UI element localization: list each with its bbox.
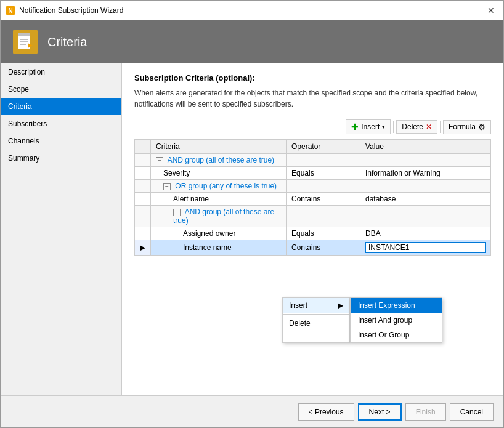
toolbar-separator-2 <box>440 121 441 133</box>
group-criteria: − OR group (any of these is true) <box>151 180 287 193</box>
col-operator-header: Operator <box>287 140 360 154</box>
svg-rect-3 <box>18 33 30 36</box>
collapse-icon[interactable]: − <box>163 183 171 190</box>
arrow-cell <box>135 154 151 167</box>
sidebar: Description Scope Criteria Subscribers C… <box>1 63 122 395</box>
group-criteria: − AND group (all of these are true) <box>151 206 287 227</box>
collapse-icon[interactable]: − <box>156 157 163 164</box>
header-icon <box>13 30 38 54</box>
arrow-cell <box>135 206 151 227</box>
chevron-right-icon: ▶ <box>338 301 343 310</box>
sidebar-item-scope[interactable]: Scope <box>1 81 121 98</box>
criteria-cell: Instance name <box>151 240 287 256</box>
criteria-table: Criteria Operator Value <box>134 139 491 256</box>
group-value <box>360 154 491 167</box>
formula-icon: ⚙ <box>478 123 486 132</box>
value-input-cell[interactable] <box>360 240 491 256</box>
sidebar-item-description[interactable]: Description <box>1 63 121 81</box>
sidebar-item-subscribers[interactable]: Subscribers <box>1 115 121 132</box>
sidebar-item-criteria[interactable]: Criteria <box>1 98 121 115</box>
title-bar: N Notification Subscription Wizard ✕ <box>1 1 503 20</box>
section-title: Subscription Criteria (optional): <box>134 73 491 83</box>
delete-button[interactable]: Delete ✕ <box>396 120 437 134</box>
formula-label: Formula <box>449 123 476 131</box>
table-row-selected[interactable]: ▶ Instance name Contains <box>135 240 491 256</box>
ctx-submenu-insert-and-group[interactable]: Insert And group <box>351 313 442 328</box>
context-menu-row: Insert ▶ Delete Insert Expression <box>282 297 442 343</box>
ctx-submenu-insert-or-group[interactable]: Insert Or Group <box>351 328 442 342</box>
arrow-cell <box>135 180 151 193</box>
insert-button[interactable]: ✚ Insert ▾ <box>346 119 391 134</box>
group-operator <box>287 206 360 227</box>
table-row[interactable]: Assigned owner Equals DBA <box>135 227 491 240</box>
arrow-cell <box>135 227 151 240</box>
content-area: Subscription Criteria (optional): When a… <box>122 63 503 395</box>
ctx-item-delete[interactable]: Delete <box>283 316 349 331</box>
formula-button[interactable]: Formula ⚙ <box>443 120 491 134</box>
operator-cell: Contains <box>287 240 360 256</box>
context-menu: Insert ▶ Delete Insert Expression <box>282 297 442 343</box>
page-title: Criteria <box>47 35 87 49</box>
window: N Notification Subscription Wizard ✕ Cri… <box>0 0 504 428</box>
table-row[interactable]: − AND group (all of these are true) <box>135 206 491 227</box>
sidebar-item-summary[interactable]: Summary <box>1 150 121 167</box>
next-button[interactable]: Next > <box>358 403 402 421</box>
group-value <box>360 180 491 193</box>
header-banner: Criteria <box>1 20 503 63</box>
insert-label: Insert <box>361 123 380 131</box>
svg-text:N: N <box>8 7 12 14</box>
table-row[interactable]: − AND group (all of these are true) <box>135 154 491 167</box>
main-area: Description Scope Criteria Subscribers C… <box>1 63 503 395</box>
table-row[interactable]: Severity Equals Information or Warning <box>135 167 491 180</box>
col-criteria-header: Criteria <box>151 140 287 154</box>
group-value <box>360 206 491 227</box>
sidebar-item-channels[interactable]: Channels <box>1 132 121 150</box>
ctx-divider <box>283 314 349 315</box>
context-menu-main: Insert ▶ Delete <box>282 297 350 343</box>
window-title: Notification Subscription Wizard <box>19 6 484 15</box>
operator-cell: Equals <box>287 227 360 240</box>
description-text: When alerts are generated for the object… <box>134 87 491 110</box>
plus-icon: ✚ <box>351 122 359 132</box>
chevron-down-icon: ▾ <box>382 124 385 130</box>
close-button[interactable]: ✕ <box>484 3 498 18</box>
operator-cell: Contains <box>287 193 360 206</box>
footer: < Previous Next > Finish Cancel <box>1 395 503 427</box>
finish-button[interactable]: Finish <box>405 403 446 421</box>
app-icon: N <box>6 6 15 15</box>
x-icon: ✕ <box>426 123 432 131</box>
group-criteria: − AND group (all of these are true) <box>151 154 287 167</box>
group-operator <box>287 180 360 193</box>
value-cell: DBA <box>360 227 491 240</box>
cancel-button[interactable]: Cancel <box>450 403 494 421</box>
criteria-cell: Assigned owner <box>151 227 287 240</box>
value-input[interactable] <box>365 242 486 253</box>
table-row[interactable]: − OR group (any of these is true) <box>135 180 491 193</box>
context-submenu: Insert Expression Insert And group Inser… <box>350 297 442 343</box>
col-arrow <box>135 140 151 154</box>
criteria-cell: Alert name <box>151 193 287 206</box>
arrow-cell <box>135 167 151 180</box>
ctx-submenu-insert-expression[interactable]: Insert Expression <box>351 298 442 313</box>
group-operator <box>287 154 360 167</box>
criteria-cell: Severity <box>151 167 287 180</box>
operator-cell: Equals <box>287 167 360 180</box>
table-row[interactable]: Alert name Contains database <box>135 193 491 206</box>
col-value-header: Value <box>360 140 491 154</box>
collapse-icon[interactable]: − <box>173 209 181 216</box>
delete-label: Delete <box>402 123 423 131</box>
value-cell: database <box>360 193 491 206</box>
previous-button[interactable]: < Previous <box>298 403 354 421</box>
toolbar-separator <box>393 121 394 133</box>
toolbar: ✚ Insert ▾ Delete ✕ Formula ⚙ <box>134 119 491 134</box>
value-cell: Information or Warning <box>360 167 491 180</box>
ctx-item-insert[interactable]: Insert ▶ <box>283 298 349 313</box>
arrow-cell <box>135 193 151 206</box>
arrow-cell: ▶ <box>135 240 151 256</box>
